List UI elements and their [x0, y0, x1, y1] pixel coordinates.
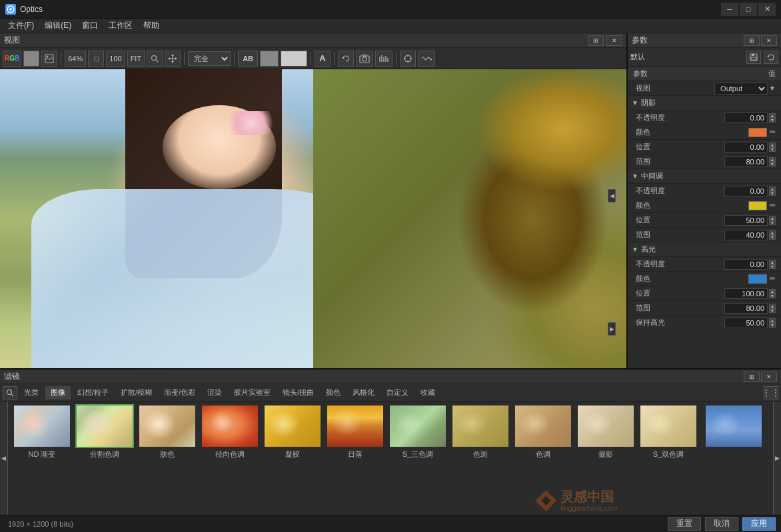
filter-scroll-left[interactable]: ◀: [0, 401, 8, 515]
menu-workspace[interactable]: 工作区: [103, 19, 138, 33]
filter-sunset-thumb[interactable]: [326, 404, 385, 448]
zoom-box-btn[interactable]: □: [88, 51, 104, 67]
gray-btn[interactable]: [23, 51, 39, 67]
minimize-button[interactable]: ─: [721, 3, 738, 16]
filter-spots[interactable]: 色斑: [450, 404, 510, 459]
section-midtone[interactable]: ▼ 中间调: [628, 169, 781, 184]
menu-file[interactable]: 文件(F): [3, 19, 39, 33]
pan-btn[interactable]: [165, 51, 181, 67]
filter-expand-btn[interactable]: ⊞: [744, 372, 760, 382]
stepper-down[interactable]: ▼: [769, 220, 776, 225]
filter-tone[interactable]: 色调: [513, 404, 573, 459]
undo-btn[interactable]: [338, 51, 354, 67]
stepper-up[interactable]: ▲: [769, 304, 776, 308]
filter-photography[interactable]: 摄影: [576, 404, 636, 459]
stepper-down[interactable]: ▼: [769, 147, 776, 152]
tab-favorites[interactable]: 收藏: [415, 386, 440, 399]
params-expand-btn[interactable]: ⊞: [744, 35, 760, 46]
params-scroll-left[interactable]: ◀: [608, 189, 616, 202]
view-mode-select[interactable]: 完全 Output: [188, 51, 231, 66]
params-close-btn[interactable]: ✕: [761, 35, 777, 46]
tab-film[interactable]: 胶片实验室: [229, 386, 276, 399]
stepper-up[interactable]: ▲: [769, 318, 776, 323]
tab-custom[interactable]: 自定义: [381, 386, 414, 399]
menu-help[interactable]: 帮助: [138, 19, 165, 33]
params-refresh-btn[interactable]: [764, 51, 778, 64]
filter-sunset[interactable]: 日落: [325, 404, 385, 459]
filter-spots-thumb[interactable]: [451, 404, 510, 448]
midtone-position-value[interactable]: [724, 215, 768, 226]
filter-duotone-thumb[interactable]: [639, 404, 698, 448]
stepper-down[interactable]: ▼: [769, 323, 776, 328]
stepper-down[interactable]: ▼: [769, 118, 776, 123]
stepper-down[interactable]: ▼: [769, 235, 776, 240]
stepper-down[interactable]: ▼: [769, 191, 776, 196]
camera-btn[interactable]: [356, 51, 373, 67]
filter-row2-thumb1[interactable]: [704, 404, 763, 448]
tab-gradient[interactable]: 渐变/色彩: [159, 386, 201, 399]
filter-photography-thumb[interactable]: [576, 404, 635, 448]
tab-render[interactable]: 渲染: [202, 386, 227, 399]
tab-image[interactable]: 图像: [45, 386, 71, 399]
zoom-btn[interactable]: 64%: [65, 51, 86, 67]
close-button[interactable]: ✕: [758, 3, 776, 16]
cancel-button[interactable]: 取消: [705, 517, 738, 531]
reset-button[interactable]: 重置: [668, 517, 701, 531]
shadow-opacity-stepper[interactable]: ▲ ▼: [769, 113, 776, 123]
zoom-100-btn[interactable]: 100: [106, 51, 125, 67]
shadow-color-edit[interactable]: ✏: [770, 128, 776, 136]
shadow-opacity-value[interactable]: 0.00: [724, 113, 768, 123]
tab-light[interactable]: 光类: [19, 386, 44, 399]
shadow-color-swatch[interactable]: [748, 128, 767, 137]
histogram-btn[interactable]: [375, 51, 392, 67]
stepper-up[interactable]: ▲: [769, 157, 776, 162]
tab-lens[interactable]: 镜头/扭曲: [277, 386, 319, 399]
filter-skin-tone-thumb[interactable]: [138, 404, 197, 448]
highlight-opacity-stepper[interactable]: ▲ ▼: [769, 260, 776, 269]
filter-split-tone-thumb[interactable]: [75, 404, 134, 448]
filter-gel[interactable]: 凝胶: [263, 404, 323, 459]
highlight-opacity-value[interactable]: [724, 259, 768, 270]
filter-skin-tone[interactable]: 肤色: [137, 404, 197, 459]
midtone-color-swatch[interactable]: [748, 201, 767, 210]
tab-color[interactable]: 颜色: [321, 386, 346, 399]
filter-more-btn[interactable]: ⋮⋮: [764, 386, 778, 399]
section-highlight[interactable]: ▼ 高光: [628, 242, 781, 257]
filter-scroll-right[interactable]: ▶: [773, 401, 781, 515]
filter-nd-gradient[interactable]: ND 渐变: [12, 404, 72, 459]
zoom-fit-btn[interactable]: FIT: [127, 51, 145, 67]
view-expand-btn[interactable]: ⊞: [588, 35, 604, 46]
midtone-position-stepper[interactable]: ▲ ▼: [769, 216, 776, 225]
stepper-up[interactable]: ▲: [769, 260, 776, 264]
view-output-select[interactable]: Output Input: [714, 83, 768, 95]
preview-swatch[interactable]: [260, 51, 279, 67]
highlight-range-stepper[interactable]: ▲ ▼: [769, 304, 776, 313]
midtone-opacity-value[interactable]: [724, 186, 768, 196]
stepper-down[interactable]: ▼: [769, 308, 776, 313]
shadow-position-stepper[interactable]: ▲ ▼: [769, 142, 776, 152]
highlight-color-swatch[interactable]: [748, 274, 767, 284]
highlight-position-stepper[interactable]: ▲ ▼: [769, 289, 776, 298]
crosshair-btn[interactable]: [400, 51, 416, 67]
stepper-up[interactable]: ▲: [769, 113, 776, 118]
filter-radial-tone[interactable]: 径向色调: [200, 404, 260, 459]
waveform-btn[interactable]: [418, 51, 435, 67]
tab-stylize[interactable]: 风格化: [347, 386, 380, 399]
maximize-button[interactable]: □: [740, 3, 757, 16]
keep-highlight-value[interactable]: [724, 318, 768, 328]
highlight-range-value[interactable]: [724, 303, 768, 314]
midtone-color-edit[interactable]: ✏: [770, 201, 776, 210]
view-close-btn[interactable]: ✕: [606, 35, 622, 46]
keep-highlight-stepper[interactable]: ▲ ▼: [769, 318, 776, 328]
tab-diffuse[interactable]: 扩散/模糊: [115, 386, 157, 399]
tab-fantasy[interactable]: 幻想/粒子: [72, 386, 114, 399]
stepper-down[interactable]: ▼: [769, 264, 776, 269]
filter-duotone[interactable]: S_双色调: [638, 404, 698, 459]
stepper-up[interactable]: ▲: [769, 216, 776, 220]
filter-close-btn[interactable]: ✕: [761, 372, 777, 382]
channels-button[interactable]: R G B: [3, 51, 21, 67]
stepper-up[interactable]: ▲: [769, 186, 776, 191]
filter-split-tone[interactable]: 分割色调: [75, 404, 135, 459]
image-btn[interactable]: [41, 51, 57, 67]
stepper-down[interactable]: ▼: [769, 294, 776, 298]
